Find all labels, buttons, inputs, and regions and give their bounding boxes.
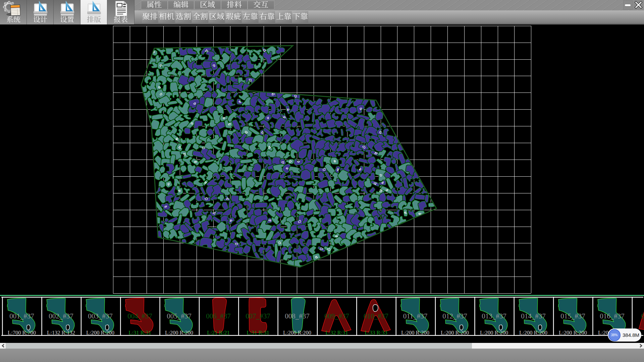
svg-text:016_#37: 016_#37 <box>600 312 625 320</box>
svg-text:011_#37: 011_#37 <box>403 312 428 320</box>
svg-text:009_#37: 009_#37 <box>324 312 349 320</box>
svg-text:L:33 R:33: L:33 R:33 <box>365 329 387 336</box>
svg-text:L:200 R:200: L:200 R:200 <box>480 329 508 336</box>
svg-text:001_#37: 001_#37 <box>9 312 34 320</box>
svg-text:L:700 R:700: L:700 R:700 <box>8 329 36 336</box>
svg-text:003_#37: 003_#37 <box>88 312 113 320</box>
svg-text:0: 0 <box>641 312 644 320</box>
svg-text:007_#37: 007_#37 <box>246 312 270 320</box>
svg-text:L:31 R:31: L:31 R:31 <box>247 329 269 336</box>
svg-text:L:200 R:200: L:200 R:200 <box>441 329 469 336</box>
svg-text:L:31 R:31: L:31 R:31 <box>128 329 151 336</box>
svg-text:014_#37: 014_#37 <box>521 312 546 320</box>
svg-text:L:200 R:200: L:200 R:200 <box>401 329 429 336</box>
svg-text:L:32 R:31: L:32 R:31 <box>325 329 348 336</box>
svg-text:012_#37: 012_#37 <box>442 312 467 320</box>
svg-text:006_#37: 006_#37 <box>206 312 231 320</box>
svg-text:L:21 R:21: L:21 R:21 <box>207 329 229 336</box>
svg-text:008_#37: 008_#37 <box>285 312 310 320</box>
svg-text:010_#37: 010_#37 <box>364 312 388 320</box>
svg-text:015_#37: 015_#37 <box>560 312 585 320</box>
svg-text:L:200 R:200: L:200 R:200 <box>165 329 193 336</box>
svg-text:L:200 R:200: L:200 R:200 <box>519 329 547 336</box>
svg-text:013_#37: 013_#37 <box>482 312 506 320</box>
svg-text:L:200 R:200: L:200 R:200 <box>559 329 587 336</box>
svg-text:005_#37: 005_#37 <box>167 312 192 320</box>
svg-text:L:200 R:200: L:200 R:200 <box>283 329 311 336</box>
svg-text:002_#37: 002_#37 <box>49 312 73 320</box>
svg-text:L:132 R:132: L:132 R:132 <box>47 329 75 336</box>
svg-text:L:200 R:200: L:200 R:200 <box>86 329 114 336</box>
svg-text:004_#37: 004_#37 <box>127 312 152 320</box>
